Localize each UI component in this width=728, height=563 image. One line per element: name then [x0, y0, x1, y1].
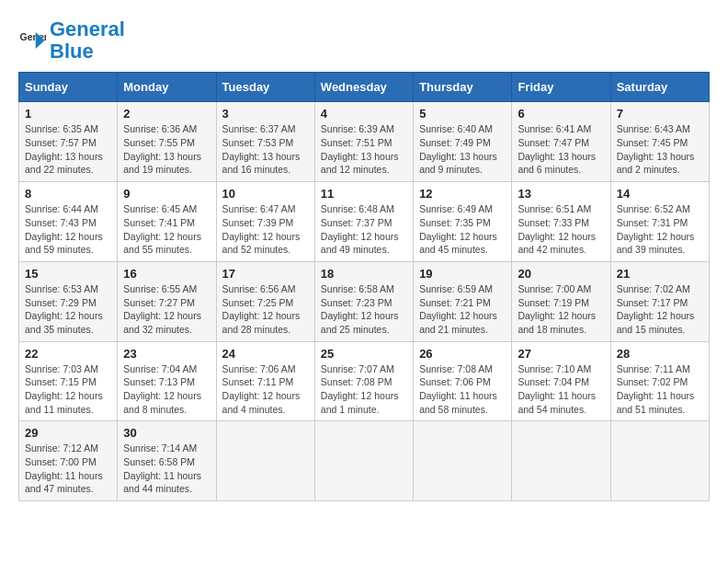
- calendar-cell: [216, 421, 314, 501]
- header-wednesday: Wednesday: [314, 73, 413, 102]
- calendar-cell: 12 Sunrise: 6:49 AMSunset: 7:35 PMDaylig…: [414, 182, 512, 262]
- day-detail: Sunrise: 6:58 AMSunset: 7:23 PMDaylight:…: [321, 283, 399, 335]
- calendar-cell: 28 Sunrise: 7:11 AMSunset: 7:02 PMDaylig…: [610, 341, 709, 421]
- day-detail: Sunrise: 6:37 AMSunset: 7:53 PMDaylight:…: [222, 123, 301, 175]
- day-detail: Sunrise: 7:08 AMSunset: 7:06 PMDaylight:…: [419, 363, 497, 415]
- calendar-header-row: SundayMondayTuesdayWednesdayThursdayFrid…: [19, 73, 710, 102]
- calendar-cell: 6 Sunrise: 6:41 AMSunset: 7:47 PMDayligh…: [512, 102, 610, 182]
- calendar-cell: 7 Sunrise: 6:43 AMSunset: 7:45 PMDayligh…: [610, 102, 709, 182]
- day-detail: Sunrise: 6:39 AMSunset: 7:51 PMDaylight:…: [321, 123, 399, 175]
- day-number: 29: [25, 426, 111, 440]
- calendar-week-row: 1 Sunrise: 6:35 AMSunset: 7:57 PMDayligh…: [19, 102, 710, 182]
- day-detail: Sunrise: 6:40 AMSunset: 7:49 PMDaylight:…: [419, 123, 497, 175]
- day-detail: Sunrise: 6:45 AMSunset: 7:41 PMDaylight:…: [123, 203, 201, 255]
- header-saturday: Saturday: [610, 73, 709, 102]
- day-detail: Sunrise: 6:41 AMSunset: 7:47 PMDaylight:…: [518, 123, 596, 175]
- calendar-cell: 23 Sunrise: 7:04 AMSunset: 7:13 PMDaylig…: [118, 341, 216, 421]
- day-detail: Sunrise: 6:48 AMSunset: 7:37 PMDaylight:…: [321, 203, 399, 255]
- header-friday: Friday: [512, 73, 610, 102]
- calendar-cell: [610, 421, 709, 501]
- calendar-cell: 9 Sunrise: 6:45 AMSunset: 7:41 PMDayligh…: [118, 182, 216, 262]
- day-number: 11: [321, 187, 407, 201]
- day-detail: Sunrise: 7:03 AMSunset: 7:15 PMDaylight:…: [25, 363, 103, 415]
- header-thursday: Thursday: [414, 73, 512, 102]
- day-number: 10: [222, 187, 309, 201]
- calendar-cell: 16 Sunrise: 6:55 AMSunset: 7:27 PMDaylig…: [118, 261, 216, 341]
- day-detail: Sunrise: 7:06 AMSunset: 7:11 PMDaylight:…: [222, 363, 301, 415]
- day-number: 28: [617, 347, 703, 361]
- day-number: 8: [25, 187, 111, 201]
- calendar-cell: 4 Sunrise: 6:39 AMSunset: 7:51 PMDayligh…: [314, 102, 413, 182]
- calendar-week-row: 29 Sunrise: 7:12 AMSunset: 7:00 PMDaylig…: [19, 421, 710, 501]
- day-detail: Sunrise: 6:43 AMSunset: 7:45 PMDaylight:…: [617, 123, 695, 175]
- day-number: 19: [419, 267, 506, 281]
- day-number: 9: [123, 187, 210, 201]
- calendar-cell: 14 Sunrise: 6:52 AMSunset: 7:31 PMDaylig…: [610, 182, 709, 262]
- calendar-cell: 21 Sunrise: 7:02 AMSunset: 7:17 PMDaylig…: [610, 261, 709, 341]
- day-number: 14: [617, 187, 703, 201]
- logo-icon: General: [18, 27, 46, 54]
- day-detail: Sunrise: 6:36 AMSunset: 7:55 PMDaylight:…: [123, 123, 201, 175]
- calendar-cell: 19 Sunrise: 6:59 AMSunset: 7:21 PMDaylig…: [414, 261, 512, 341]
- day-detail: Sunrise: 6:47 AMSunset: 7:39 PMDaylight:…: [222, 203, 301, 255]
- day-detail: Sunrise: 6:56 AMSunset: 7:25 PMDaylight:…: [222, 283, 301, 335]
- day-number: 24: [222, 347, 309, 361]
- calendar-cell: 25 Sunrise: 7:07 AMSunset: 7:08 PMDaylig…: [314, 341, 413, 421]
- calendar-cell: 27 Sunrise: 7:10 AMSunset: 7:04 PMDaylig…: [512, 341, 610, 421]
- calendar-cell: 2 Sunrise: 6:36 AMSunset: 7:55 PMDayligh…: [118, 102, 216, 182]
- header-tuesday: Tuesday: [216, 73, 314, 102]
- calendar-week-row: 22 Sunrise: 7:03 AMSunset: 7:15 PMDaylig…: [19, 341, 710, 421]
- page-header: General GeneralBlue: [18, 18, 710, 63]
- day-number: 1: [25, 107, 111, 121]
- calendar-week-row: 15 Sunrise: 6:53 AMSunset: 7:29 PMDaylig…: [19, 261, 710, 341]
- day-detail: Sunrise: 7:00 AMSunset: 7:19 PMDaylight:…: [518, 283, 596, 335]
- calendar-cell: 13 Sunrise: 6:51 AMSunset: 7:33 PMDaylig…: [512, 182, 610, 262]
- logo: General GeneralBlue: [18, 18, 125, 63]
- calendar-cell: 18 Sunrise: 6:58 AMSunset: 7:23 PMDaylig…: [314, 261, 413, 341]
- day-number: 16: [123, 267, 210, 281]
- header-sunday: Sunday: [19, 73, 118, 102]
- day-detail: Sunrise: 6:51 AMSunset: 7:33 PMDaylight:…: [518, 203, 596, 255]
- day-number: 13: [518, 187, 604, 201]
- calendar-cell: 10 Sunrise: 6:47 AMSunset: 7:39 PMDaylig…: [216, 182, 314, 262]
- day-number: 26: [419, 347, 506, 361]
- day-number: 22: [25, 347, 111, 361]
- day-detail: Sunrise: 6:53 AMSunset: 7:29 PMDaylight:…: [25, 283, 103, 335]
- day-number: 3: [222, 107, 309, 121]
- calendar-cell: 30 Sunrise: 7:14 AMSunset: 6:58 PMDaylig…: [118, 421, 216, 501]
- day-detail: Sunrise: 7:10 AMSunset: 7:04 PMDaylight:…: [518, 363, 596, 415]
- calendar-cell: 20 Sunrise: 7:00 AMSunset: 7:19 PMDaylig…: [512, 261, 610, 341]
- day-number: 12: [419, 187, 506, 201]
- day-number: 5: [419, 107, 506, 121]
- day-number: 7: [617, 107, 703, 121]
- calendar-cell: 26 Sunrise: 7:08 AMSunset: 7:06 PMDaylig…: [414, 341, 512, 421]
- calendar-cell: [512, 421, 610, 501]
- day-detail: Sunrise: 7:04 AMSunset: 7:13 PMDaylight:…: [123, 363, 201, 415]
- calendar-cell: 5 Sunrise: 6:40 AMSunset: 7:49 PMDayligh…: [414, 102, 512, 182]
- day-number: 18: [321, 267, 407, 281]
- logo-text: GeneralBlue: [50, 18, 125, 63]
- calendar-cell: 3 Sunrise: 6:37 AMSunset: 7:53 PMDayligh…: [216, 102, 314, 182]
- day-number: 15: [25, 267, 111, 281]
- calendar-cell: 22 Sunrise: 7:03 AMSunset: 7:15 PMDaylig…: [19, 341, 118, 421]
- day-number: 2: [123, 107, 210, 121]
- day-detail: Sunrise: 7:11 AMSunset: 7:02 PMDaylight:…: [617, 363, 695, 415]
- calendar-table: SundayMondayTuesdayWednesdayThursdayFrid…: [18, 72, 710, 501]
- day-number: 6: [518, 107, 604, 121]
- calendar-cell: 24 Sunrise: 7:06 AMSunset: 7:11 PMDaylig…: [216, 341, 314, 421]
- calendar-week-row: 8 Sunrise: 6:44 AMSunset: 7:43 PMDayligh…: [19, 182, 710, 262]
- day-detail: Sunrise: 6:52 AMSunset: 7:31 PMDaylight:…: [617, 203, 695, 255]
- header-monday: Monday: [118, 73, 216, 102]
- day-detail: Sunrise: 7:02 AMSunset: 7:17 PMDaylight:…: [617, 283, 695, 335]
- calendar-cell: 15 Sunrise: 6:53 AMSunset: 7:29 PMDaylig…: [19, 261, 118, 341]
- day-number: 17: [222, 267, 309, 281]
- calendar-cell: [314, 421, 413, 501]
- calendar-cell: 8 Sunrise: 6:44 AMSunset: 7:43 PMDayligh…: [19, 182, 118, 262]
- day-number: 30: [123, 426, 210, 440]
- day-detail: Sunrise: 6:35 AMSunset: 7:57 PMDaylight:…: [25, 123, 103, 175]
- day-detail: Sunrise: 7:14 AMSunset: 6:58 PMDaylight:…: [123, 442, 201, 494]
- calendar-cell: 17 Sunrise: 6:56 AMSunset: 7:25 PMDaylig…: [216, 261, 314, 341]
- calendar-cell: 29 Sunrise: 7:12 AMSunset: 7:00 PMDaylig…: [19, 421, 118, 501]
- day-number: 23: [123, 347, 210, 361]
- day-number: 25: [321, 347, 407, 361]
